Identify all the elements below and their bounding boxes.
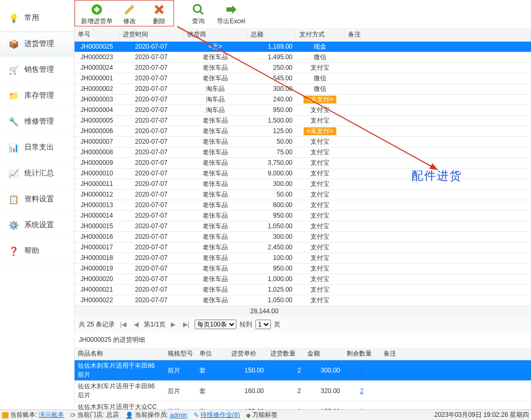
sidebar-item-label: 维修管理	[24, 117, 54, 126]
toolbar: 新增进货单 修改 删除 查询 导出Excel	[75, 0, 531, 28]
table-row[interactable]: JH00000072020-07-07老张车品50.00支付宝	[75, 137, 531, 147]
table-row[interactable]: JH00000252020-07-07<无>1,189.00现金	[75, 42, 531, 52]
table-row[interactable]: JH00000062020-07-07老张车品125.00<未支付>	[75, 126, 531, 137]
col-total[interactable]: 总额	[247, 28, 296, 42]
svg-marker-8	[226, 5, 236, 14]
sidebar-item-4[interactable]: 🔧维修管理	[0, 109, 74, 135]
detail-title: JH0000025 的进货明细	[75, 332, 531, 348]
search-button[interactable]: 查询	[184, 2, 213, 27]
table-row[interactable]: JH00000022020-07-07淘车品300.00微信	[75, 84, 531, 95]
sidebar-item-2[interactable]: 🛒销售管理	[0, 57, 74, 83]
edit-icon	[123, 3, 136, 16]
dcol-remain[interactable]: 剩余数量	[343, 348, 380, 360]
pending-link[interactable]: 待维修作业(8)	[200, 410, 240, 419]
sidebar-item-1[interactable]: 📦进货管理	[0, 31, 74, 57]
table-row[interactable]: JH00000222020-07-07老张车品1,050.00支付宝	[75, 295, 531, 306]
sidebar-item-label: 资料设置	[24, 194, 54, 204]
delete-button[interactable]: 删除	[144, 2, 174, 27]
pager-last-icon[interactable]: ▶|	[181, 321, 191, 328]
table-row[interactable]: JH00000032020-07-07淘车品240.00<未支付>	[75, 95, 531, 105]
dcol-qty[interactable]: 进货数量	[267, 348, 304, 360]
dcol-price[interactable]: 进货单价	[228, 348, 267, 360]
ledger-link[interactable]: 演示账本	[39, 410, 64, 419]
dcol-name[interactable]: 商品名称	[75, 348, 164, 360]
table-row[interactable]: JH00000152020-07-07老张车品1,050.00支付宝	[75, 221, 531, 232]
sidebar-item-6[interactable]: 📈统计汇总	[0, 161, 74, 186]
jump-select[interactable]: 1	[255, 320, 271, 329]
jump-label: 转到	[240, 320, 252, 329]
sidebar-item-0[interactable]: 💡常用	[0, 5, 74, 31]
ledger-icon	[2, 412, 8, 418]
export-button[interactable]: 导出Excel	[213, 2, 249, 27]
operator-link[interactable]: admin	[170, 412, 187, 419]
sidebar-item-3[interactable]: 📁库存管理	[0, 83, 74, 109]
jump-suffix: 页	[274, 320, 280, 329]
edit-button[interactable]: 修改	[115, 2, 144, 27]
table-row[interactable]: JH00000182020-07-07老张车品100.00支付宝	[75, 253, 531, 264]
table-row[interactable]: JH00000212020-07-07老张车品1,025.00支付宝	[75, 285, 531, 295]
pager-next-icon[interactable]: ▶	[169, 321, 178, 328]
sidebar-item-7[interactable]: 📋资料设置	[0, 186, 74, 212]
sidebar-item-label: 帮助	[24, 246, 39, 256]
sidebar-icon: 💡	[8, 13, 19, 23]
sidebar-icon: 📋	[8, 194, 19, 204]
sidebar-item-label: 进货管理	[24, 39, 54, 49]
table-row[interactable]: JH00000242020-07-07老张车品250.00支付宝	[75, 63, 531, 73]
sidebar-icon: 🛒	[8, 64, 19, 75]
sidebar-item-label: 常用	[24, 13, 39, 23]
add-order-button[interactable]: 新增进货单	[79, 2, 115, 27]
dcol-unit[interactable]: 单位	[196, 348, 228, 360]
sidebar: 💡常用📦进货管理🛒销售管理📁库存管理🔧维修管理📊日常支出📈统计汇总📋资料设置⚙️…	[0, 0, 74, 409]
table-row[interactable]: JH00000202020-07-07老张车品1,000.00支付宝	[75, 274, 531, 285]
table-row[interactable]: JH00000132020-07-07老张车品800.00支付宝	[75, 200, 531, 211]
sidebar-item-label: 日常支出	[24, 143, 54, 152]
sidebar-item-5[interactable]: 📊日常支出	[0, 135, 74, 161]
per-page-select[interactable]: 每页100条	[195, 320, 236, 329]
status-bar: 当前账本: 演示账本 ⟳当前门店: 总店 👤当前操作员: admin ✎待维修作…	[0, 409, 531, 420]
export-icon	[225, 3, 237, 16]
table-row[interactable]: JH00000102020-07-07老张车品9,000.00支付宝	[75, 169, 531, 179]
table-row[interactable]: JH00000172020-07-07老张车品2,450.00支付宝	[75, 242, 531, 253]
table-row[interactable]: JH00000192020-07-07老张车品950.00支付宝	[75, 264, 531, 274]
table-row[interactable]: JH00000042020-07-07淘车品950.00支付宝	[75, 105, 531, 116]
col-pay[interactable]: 支付方式	[296, 28, 344, 42]
add-order-label: 新增进货单	[81, 17, 113, 26]
sidebar-icon: 📊	[8, 142, 19, 153]
sidebar-icon: 📁	[8, 90, 19, 101]
dcol-amount[interactable]: 金额	[304, 348, 343, 360]
col-supplier[interactable]: 供货商	[184, 28, 247, 42]
status-datetime: 2023年03月09日 19:02:26 星期四	[434, 410, 529, 419]
sidebar-item-9[interactable]: ❓帮助	[0, 238, 74, 264]
col-no[interactable]: 单号	[75, 28, 119, 42]
sidebar-icon: 🔧	[8, 116, 19, 127]
table-row[interactable]: JH00000122020-07-07老张车品50.00支付宝	[75, 190, 531, 200]
pager-first-icon[interactable]: |◀	[118, 321, 129, 328]
pager-count: 共 25 条记录	[79, 320, 115, 329]
sidebar-icon: ⚙️	[8, 220, 19, 230]
pager-prev-icon[interactable]: ◀	[132, 321, 141, 328]
dcol-spec[interactable]: 规格型号	[164, 348, 196, 360]
table-row[interactable]: JH00000162020-07-07老张车品300.00支付宝	[75, 232, 531, 242]
sidebar-item-8[interactable]: ⚙️系统设置	[0, 212, 74, 238]
detail-row[interactable]: 佐佐木刹车片适用于丰田86 前片前片套150.002300.002	[75, 360, 531, 381]
edit-label: 修改	[123, 17, 136, 26]
table-row[interactable]: JH00000092020-07-07老张车品3,750.00支付宝	[75, 158, 531, 169]
table-row[interactable]: JH00000052020-07-07老张车品1,500.00支付宝	[75, 116, 531, 126]
sum-row: 28,144.00	[75, 306, 531, 317]
pager-page-label: 第1/1页	[144, 320, 166, 329]
pending-icon: ✎	[194, 412, 199, 419]
table-row[interactable]: JH00000012020-07-07老张车品545.00微信	[75, 73, 531, 84]
sidebar-item-label: 系统设置	[24, 220, 54, 230]
col-remark[interactable]: 备注	[344, 28, 531, 42]
dcol-remark[interactable]: 备注	[380, 348, 531, 360]
table-row[interactable]: JH00000112020-07-07老张车品300.00支付宝	[75, 179, 531, 190]
table-row[interactable]: JH00000142020-07-07老张车品950.00支付宝	[75, 211, 531, 221]
table-row[interactable]: JH00000232020-07-07老张车品1,495.00微信	[75, 52, 531, 63]
pager: 共 25 条记录 |◀ ◀ 第1/1页 ▶ ▶| 每页100条 转到 1 页	[75, 316, 531, 332]
col-date[interactable]: 进货时间	[119, 28, 184, 42]
table-row[interactable]: JH00000082020-07-07老张车品75.00支付宝	[75, 147, 531, 158]
detail-row[interactable]: 佐佐木刹车片适用于丰田86 后片后片套160.002320.002	[75, 381, 531, 402]
delete-label: 删除	[153, 17, 166, 26]
search-label: 查询	[192, 17, 205, 26]
sidebar-item-label: 销售管理	[24, 65, 54, 74]
